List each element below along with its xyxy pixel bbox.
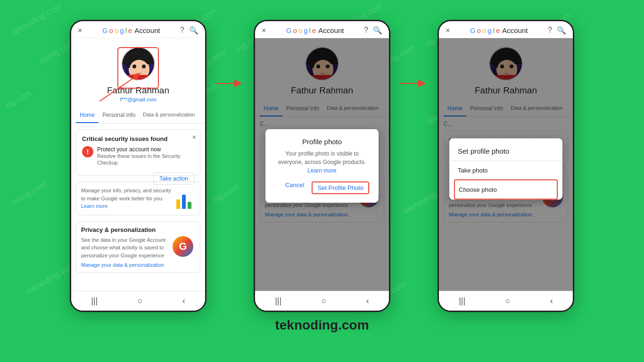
- profile-photo-dialog: Profile photo Your profile photo is visi…: [265, 129, 379, 203]
- header-icons-3: ? 🔍: [548, 26, 566, 35]
- info-text: Manage your info, privacy, and security …: [81, 187, 173, 210]
- logo-l: l: [125, 26, 127, 34]
- google-logo: Google Account: [102, 26, 160, 34]
- take-action-button[interactable]: Take action: [153, 173, 194, 185]
- choose-photo-option[interactable]: Choose photo: [454, 180, 558, 200]
- set-profile-photo-dialog: Set profile photo Take photo Choose phot…: [449, 139, 562, 200]
- manage-data-link[interactable]: Manage your data & personalization: [81, 262, 195, 268]
- phone-1: × Google Account ? 🔍: [70, 20, 206, 312]
- google-logo-3: Google Account: [470, 26, 528, 34]
- security-close-icon[interactable]: ×: [192, 133, 196, 141]
- arrow-1-to-2: [216, 76, 244, 90]
- dialog-main-text: Your profile photo is visible to everyon…: [278, 150, 366, 165]
- nav-home-icon-2[interactable]: ○: [322, 296, 327, 306]
- privacy-title: Privacy & personalization: [81, 226, 195, 233]
- close-icon-3[interactable]: ×: [446, 26, 450, 35]
- phone-3: × Google Account ? 🔍: [438, 20, 574, 312]
- set-photo-title: Set profile photo: [449, 147, 562, 155]
- nav-menu-icon-2[interactable]: |||: [275, 296, 281, 306]
- tabs-bar: Home Personal info Data & personalizatio…: [71, 107, 205, 123]
- info-icon: [176, 188, 195, 209]
- nav-home-icon[interactable]: ○: [138, 296, 143, 306]
- security-description: Protect your account now Resolve these i…: [97, 146, 194, 166]
- privacy-icon: G: [173, 236, 195, 259]
- nav-menu-icon[interactable]: |||: [91, 296, 98, 306]
- info-card: Manage your info, privacy, and security …: [76, 181, 200, 215]
- security-row: ! Protect your account now Resolve these…: [82, 146, 194, 166]
- dialog-learn-more[interactable]: Learn more: [307, 167, 336, 174]
- phone-1-header: × Google Account ? 🔍: [71, 21, 205, 38]
- help-icon-3[interactable]: ?: [548, 26, 552, 35]
- help-icon-2[interactable]: ?: [364, 26, 368, 35]
- account-label: Account: [134, 26, 160, 34]
- nav-back-icon-3[interactable]: ‹: [550, 296, 553, 306]
- tab-personal[interactable]: Personal info: [99, 107, 139, 123]
- header-icons: ? 🔍: [180, 26, 198, 35]
- take-photo-option[interactable]: Take photo: [449, 161, 562, 180]
- nav-back-icon-2[interactable]: ‹: [366, 296, 369, 306]
- security-alert-icon: !: [82, 146, 93, 157]
- search-icon-3[interactable]: 🔍: [557, 26, 566, 35]
- privacy-content: See the data in your Google Account and …: [81, 236, 195, 260]
- privacy-text: See the data in your Google Account and …: [81, 236, 169, 260]
- logo-g: G: [102, 26, 108, 34]
- nav-back-icon[interactable]: ‹: [182, 296, 185, 306]
- google-logo-2: Google Account: [286, 26, 344, 34]
- arrow-to-avatar: [95, 68, 147, 106]
- security-title: Critical security issues found: [82, 135, 194, 142]
- svg-line-0: [99, 75, 137, 101]
- phone-2-header: × Google Account ? 🔍: [255, 21, 389, 38]
- tab-data[interactable]: Data & personalization: [139, 107, 199, 123]
- security-bold: Protect your account now: [97, 146, 194, 153]
- security-card: Critical security issues found × ! Prote…: [76, 129, 200, 176]
- phone-2: × Google Account ? 🔍: [254, 20, 390, 312]
- bottom-nav-3: ||| ○ ‹: [439, 291, 573, 311]
- bottom-nav: ||| ○ ‹: [71, 291, 205, 311]
- account-label-2: Account: [318, 26, 344, 34]
- dialog-buttons: Cancel Set Profile Photo: [275, 181, 369, 194]
- search-icon[interactable]: 🔍: [189, 26, 198, 35]
- dialog-title: Profile photo: [275, 138, 369, 146]
- account-label-3: Account: [502, 26, 528, 34]
- arrow-2-to-3: [400, 76, 428, 90]
- help-icon[interactable]: ?: [180, 26, 184, 35]
- brand-name: teknoding: [275, 318, 338, 332]
- logo-o1: o: [109, 26, 113, 34]
- info-main-text: Manage your info, privacy, and security …: [81, 188, 171, 201]
- cancel-button[interactable]: Cancel: [285, 181, 304, 194]
- header-icons-2: ? 🔍: [364, 26, 382, 35]
- set-profile-photo-button[interactable]: Set Profile Photo: [312, 181, 369, 194]
- info-row: Manage your info, privacy, and security …: [81, 187, 195, 210]
- logo-g2: g: [120, 26, 124, 34]
- learn-more-link[interactable]: Learn more: [81, 203, 107, 209]
- privacy-main-text: See the data in your Google Account and …: [81, 237, 165, 258]
- close-icon[interactable]: ×: [78, 26, 82, 35]
- close-icon-2[interactable]: ×: [262, 26, 266, 35]
- logo-o2: o: [115, 26, 118, 34]
- privacy-card: Privacy & personalization See the data i…: [76, 221, 200, 273]
- tab-home[interactable]: Home: [76, 107, 99, 123]
- brand-dot: .: [338, 318, 342, 332]
- brand-com: com: [342, 318, 369, 332]
- search-icon-2[interactable]: 🔍: [373, 26, 382, 35]
- bottom-nav-2: ||| ○ ‹: [255, 291, 389, 311]
- security-subtext: Resolve these issues in the Security Che…: [97, 153, 181, 165]
- dialog-text: Your profile photo is visible to everyon…: [275, 149, 369, 175]
- screenshots-row: × Google Account ? 🔍: [70, 20, 574, 312]
- logo-e: e: [128, 26, 132, 34]
- brand-label: teknoding.com: [275, 318, 369, 333]
- phone-3-header: × Google Account ? 🔍: [439, 21, 573, 38]
- nav-menu-icon-3[interactable]: |||: [459, 296, 465, 306]
- nav-home-icon-3[interactable]: ○: [505, 296, 511, 306]
